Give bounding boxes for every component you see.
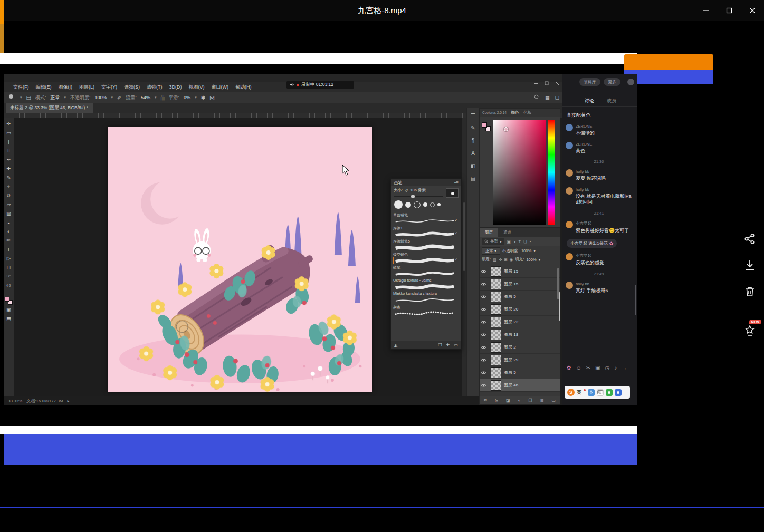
- brush-size-value[interactable]: 106 像素: [410, 188, 426, 193]
- visibility-eye-icon[interactable]: [480, 278, 488, 290]
- pressure-opacity-icon[interactable]: ✐: [117, 95, 121, 101]
- chat-message-list[interactable]: 直接配黄色ZERONE不偏绿的ZERONE黄色21:30holly bb夏夏 你…: [562, 108, 635, 363]
- brush-tip-icon[interactable]: [430, 202, 435, 207]
- panel-scroll-thumb[interactable]: [559, 292, 560, 321]
- marquee-tool-icon[interactable]: ▭: [4, 128, 14, 137]
- brush-settings-panel-icon[interactable]: ✎: [471, 125, 475, 131]
- saturation-value-picker[interactable]: [493, 120, 546, 225]
- healing-tool-icon[interactable]: ✚: [4, 164, 14, 173]
- more-icon[interactable]: →: [622, 365, 627, 371]
- filter-type-dropdown[interactable]: 类型▾: [482, 238, 504, 245]
- flow-value[interactable]: 54%: [141, 95, 150, 100]
- visibility-eye-icon[interactable]: [480, 341, 488, 353]
- layer-row[interactable]: 图层 20: [480, 303, 560, 316]
- tab-layers[interactable]: 图层: [480, 228, 498, 237]
- ps-menu-item-4[interactable]: 文字(Y): [101, 84, 117, 91]
- layers-opacity-value[interactable]: 100%: [521, 248, 531, 253]
- opacity-value[interactable]: 100%: [95, 95, 107, 100]
- visibility-eye-icon[interactable]: [480, 265, 488, 277]
- reset-size-icon[interactable]: ↺: [405, 188, 408, 193]
- blur-tool-icon[interactable]: ◒: [4, 218, 14, 227]
- maximize-button[interactable]: [718, 0, 741, 21]
- fill-value[interactable]: 100%: [526, 257, 536, 262]
- ps-menu-item-7[interactable]: 3D(D): [169, 84, 182, 90]
- quick-mask-icon[interactable]: ▣: [4, 305, 14, 314]
- ps-menu-item-2[interactable]: 图像(I): [59, 84, 73, 91]
- layer-row[interactable]: 图层 2: [480, 341, 560, 354]
- ps-menu-item-8[interactable]: 视图(V): [189, 84, 205, 91]
- layer-row[interactable]: 图层 15: [480, 265, 560, 278]
- foreground-color-swatch[interactable]: [5, 297, 9, 302]
- lasso-tool-icon[interactable]: ʃ: [4, 137, 14, 146]
- properties-panel-icon[interactable]: ☰: [471, 112, 475, 118]
- artwork-canvas[interactable]: [108, 127, 372, 392]
- layer-row[interactable]: 图层 5: [480, 366, 560, 379]
- brush-tool-icon[interactable]: ✎: [4, 173, 14, 182]
- link-layers-icon[interactable]: ⧉: [484, 398, 487, 403]
- brush-item[interactable]: Miekko-kanciasta z textura: [393, 292, 459, 304]
- avatar[interactable]: [566, 169, 573, 177]
- ime-tool-icon[interactable]: [606, 389, 613, 396]
- minimize-button[interactable]: [694, 0, 718, 21]
- blend-mode-dropdown[interactable]: 正常 ▾: [482, 247, 500, 255]
- image-icon[interactable]: ▣: [595, 365, 600, 371]
- avatar[interactable]: [566, 221, 573, 228]
- download-button[interactable]: [742, 258, 757, 273]
- chat-library-button[interactable]: 资料库: [579, 78, 600, 86]
- move-tool-icon[interactable]: ✛: [4, 119, 14, 128]
- ime-logo[interactable]: S: [567, 389, 575, 396]
- filter-shape-icon[interactable]: ❏: [523, 239, 527, 244]
- zoom-level[interactable]: 33.33%: [8, 399, 22, 403]
- brush-tip-icon[interactable]: [437, 203, 441, 206]
- symmetry-icon[interactable]: ⋈: [209, 95, 215, 101]
- layer-row[interactable]: 图层 22: [480, 316, 560, 328]
- microphone-icon[interactable]: [588, 389, 595, 396]
- share-button[interactable]: [742, 232, 757, 247]
- avatar[interactable]: [566, 142, 573, 149]
- chat-scrollbar[interactable]: [635, 285, 636, 315]
- adjustment-layer-icon[interactable]: ◐: [518, 398, 521, 403]
- close-button[interactable]: [741, 0, 764, 21]
- dodge-tool-icon[interactable]: ◐: [4, 227, 14, 236]
- avatar[interactable]: [627, 79, 634, 85]
- new-layer-icon[interactable]: ⊞: [540, 398, 544, 403]
- smoothing-value[interactable]: 0%: [184, 95, 190, 100]
- visibility-eye-icon[interactable]: [480, 354, 488, 366]
- tab-swatches[interactable]: 色板: [523, 110, 532, 115]
- brush-item[interactable]: 厚涂1✓: [393, 226, 459, 238]
- filter-adjustment-icon[interactable]: ◑: [513, 239, 516, 244]
- screen-mode-icon[interactable]: ⬒: [4, 314, 14, 323]
- brush-tip-icon[interactable]: [423, 202, 427, 207]
- layer-row[interactable]: 图层 18: [480, 328, 560, 341]
- smoothing-gear-icon[interactable]: ✱: [201, 95, 205, 101]
- history-icon[interactable]: ◷: [605, 365, 609, 371]
- lock-all-icon[interactable]: ◉: [510, 257, 513, 262]
- chat-more-button[interactable]: 更多: [604, 78, 620, 86]
- brush-preset-caret-icon[interactable]: ▾: [20, 95, 22, 100]
- layer-row[interactable]: 图层 15: [480, 278, 560, 291]
- eyedropper-tool-icon[interactable]: ✒: [4, 155, 14, 164]
- clone-stamp-tool-icon[interactable]: ⌖: [4, 182, 14, 191]
- brush-tip-icon[interactable]: [414, 201, 421, 208]
- delete-button[interactable]: [742, 285, 757, 299]
- brush-item[interactable]: 杂点: [393, 305, 459, 317]
- ps-menu-item-10[interactable]: 帮助(H): [235, 84, 252, 91]
- brush-preset-icon[interactable]: [8, 94, 16, 102]
- tab-discussion[interactable]: 讨论: [585, 98, 594, 104]
- lock-position-icon[interactable]: ⊞: [504, 257, 507, 262]
- hue-slider[interactable]: [548, 120, 555, 225]
- new-group-icon[interactable]: ❐: [528, 398, 532, 403]
- brush-item[interactable]: Okragla textura - Jaime: [393, 278, 459, 291]
- visibility-eye-icon[interactable]: [480, 379, 488, 391]
- visibility-eye-icon[interactable]: [480, 291, 488, 303]
- canvas-scrollbar[interactable]: [462, 118, 466, 396]
- lock-transparent-icon[interactable]: ▨: [493, 257, 496, 262]
- type-tool-icon[interactable]: T: [4, 245, 14, 254]
- ps-menu-item-0[interactable]: 文件(F): [13, 84, 29, 91]
- character-panel-icon[interactable]: A: [471, 150, 475, 156]
- search-icon[interactable]: [534, 94, 540, 101]
- brush-tip-icon[interactable]: [405, 202, 411, 208]
- brush-item[interactable]: 厚涂蜡笔5: [393, 239, 459, 251]
- panel-menu-icon[interactable]: »≡: [454, 180, 459, 185]
- ime-toolbar[interactable]: S 英: [565, 386, 630, 399]
